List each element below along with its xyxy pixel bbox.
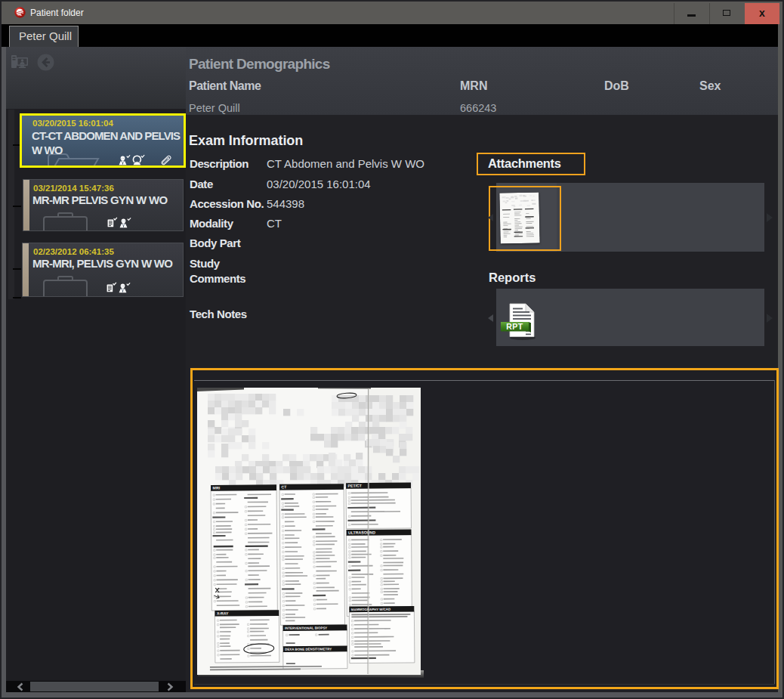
svg-text:PET/CT: PET/CT bbox=[348, 484, 363, 488]
svg-text:INTERVENTIONAL BIOPSY: INTERVENTIONAL BIOPSY bbox=[285, 626, 327, 629]
svg-text:DEXA BONE DENSITOMETRY: DEXA BONE DENSITOMETRY bbox=[285, 647, 332, 651]
svg-text:RPT: RPT bbox=[506, 322, 523, 331]
svg-text:MAMMOGRAPHY W/CAD: MAMMOGRAPHY W/CAD bbox=[351, 608, 390, 611]
svg-text:CT: CT bbox=[282, 484, 288, 489]
svg-text:ULTRASOUND: ULTRASOUND bbox=[348, 530, 375, 534]
svg-text:X-RAY: X-RAY bbox=[217, 611, 229, 615]
svg-text:MRI: MRI bbox=[213, 486, 221, 490]
